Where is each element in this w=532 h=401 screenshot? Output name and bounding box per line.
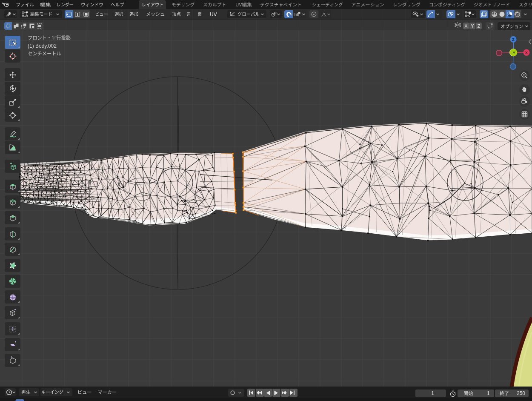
svg-text:Z: Z: [512, 37, 515, 42]
svg-text:X: X: [525, 50, 528, 55]
svg-text:-Y: -Y: [511, 50, 515, 55]
